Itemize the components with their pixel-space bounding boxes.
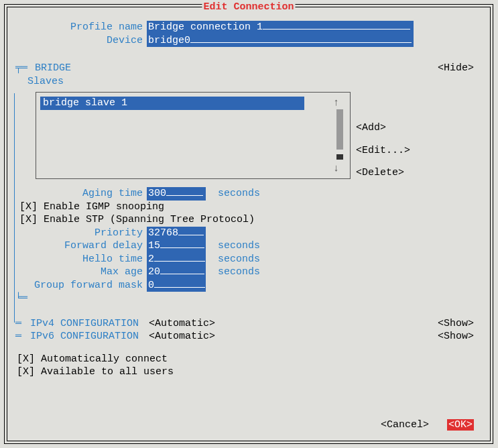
gfm-value: 0 [148,280,154,291]
all-users-checkbox[interactable]: [X] Available to all users [17,366,482,379]
cancel-button[interactable]: <Cancel> [381,419,429,431]
maxage-unit: seconds [218,266,260,278]
ipv4-value[interactable]: <Automatic> [149,318,215,329]
profile-name-value: Bridge connection 1 [148,21,263,33]
gfm-input[interactable]: 0 [147,279,206,292]
priority-label: Priority [15,227,147,240]
ipv6-dash-icon: ═ [15,331,21,342]
bridge-rule [14,93,15,323]
scroll-down-icon[interactable]: ↓ [333,162,339,176]
ipv6-label: IPv6 CONFIGURATION [30,331,139,342]
maxage-value: 20 [148,266,160,278]
ipv6-value[interactable]: <Automatic> [149,331,215,342]
maxage-input[interactable]: 20 [147,266,206,279]
edit-slave-button[interactable]: <Edit...> [356,144,410,158]
fwd-input[interactable]: 15 [147,239,206,253]
gfm-label: Group forward mask [15,279,147,292]
device-input[interactable]: bridge0 [147,34,414,48]
dash-icon: ╤═ [15,62,27,74]
delete-slave-button[interactable]: <Delete> [356,166,410,180]
hello-input[interactable]: 2 [147,253,206,266]
ipv4-dash-icon: ═ [15,318,21,329]
maxage-label: Max age [15,266,147,279]
bridge-section-header: BRIDGE [35,62,71,74]
aging-value: 300 [148,188,166,199]
scrollbar-thumb[interactable] [336,154,343,160]
fwd-label: Forward delay [15,239,147,253]
ipv6-show-button[interactable]: <Show> [438,330,474,343]
device-value: bridge0 [148,35,190,46]
fwd-value: 15 [148,240,160,251]
profile-name-input[interactable]: Bridge connection 1 [147,21,414,34]
priority-value: 32768 [148,227,178,239]
profile-name-label: Profile name [15,21,147,34]
aging-input[interactable]: 300 [147,187,206,201]
hello-value: 2 [148,254,154,265]
hide-bridge-button[interactable]: <Hide> [438,62,474,75]
dash-bottom-icon: ╘═ [15,292,27,304]
slaves-label: Slaves [27,76,64,87]
ipv4-show-button[interactable]: <Show> [438,317,474,331]
priority-input[interactable]: 32768 [147,227,206,240]
scrollbar-track[interactable] [336,109,343,150]
fwd-unit: seconds [218,240,260,251]
ipv4-label: IPv4 CONFIGURATION [30,318,139,329]
device-label: Device [15,34,147,48]
hello-label: Hello time [15,253,147,266]
ok-button[interactable]: <OK> [447,419,474,431]
stp-checkbox[interactable]: [X] Enable STP (Spanning Tree Protocol) [19,213,482,227]
slave-item[interactable]: bridge slave 1 [40,97,304,110]
igmp-checkbox[interactable]: [X] Enable IGMP snooping [19,201,482,214]
add-slave-button[interactable]: <Add> [356,121,410,135]
slaves-listbox[interactable]: bridge slave 1 ↑ ↓ [36,92,351,179]
aging-unit: seconds [218,188,260,199]
scroll-up-icon[interactable]: ↑ [333,97,339,110]
hello-unit: seconds [218,254,260,265]
aging-label: Aging time [15,187,147,201]
auto-connect-checkbox[interactable]: [X] Automatically connect [17,353,482,366]
